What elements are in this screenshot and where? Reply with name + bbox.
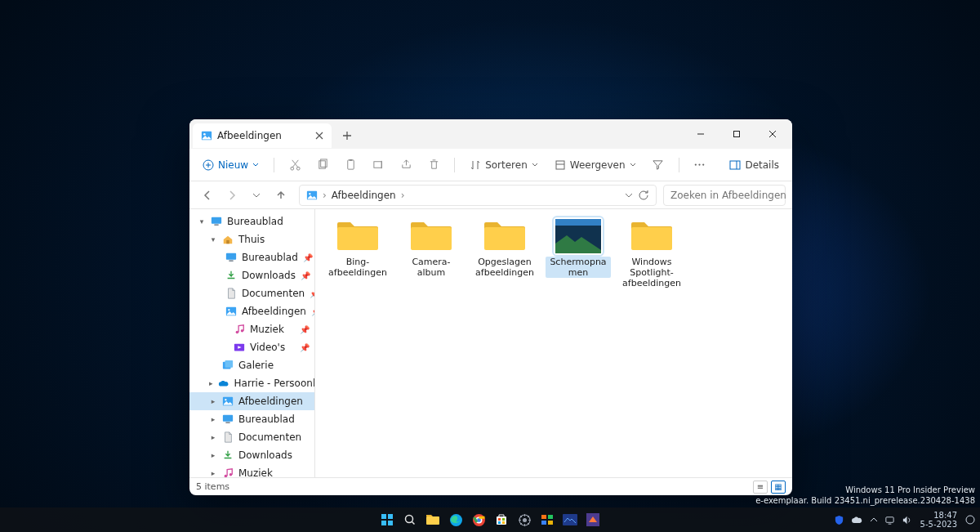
network-tray-icon[interactable]	[884, 515, 895, 525]
sidebar-item-documenten[interactable]: Documenten📌	[189, 284, 314, 302]
generic-app-icon[interactable]	[561, 511, 579, 529]
share-icon[interactable]	[394, 153, 418, 177]
tree-chevron-icon[interactable]: ▸	[209, 451, 217, 459]
sidebar-item-afbeeldingen[interactable]: ▸Afbeeldingen	[189, 392, 314, 410]
folder-item-bing-afbeeldingen[interactable]: Bing-afbeeldingen	[325, 219, 390, 289]
onedrive-tray-icon[interactable]	[851, 516, 863, 525]
copy-icon[interactable]	[310, 153, 335, 177]
svg-rect-64	[563, 514, 577, 525]
store-app-icon[interactable]	[492, 511, 510, 529]
taskbar-tray: 18:47 5-5-2023	[834, 511, 975, 529]
sidebar-item-muziek[interactable]: ▸Muziek	[189, 464, 314, 477]
sidebar-item-muziek[interactable]: Muziek📌	[189, 320, 314, 338]
tree-chevron-icon[interactable]: ▸	[209, 379, 213, 387]
downloads-icon	[222, 449, 234, 461]
sidebar-item-video-s[interactable]: Video's📌	[189, 338, 314, 356]
sort-button[interactable]: Sorteren	[463, 153, 545, 177]
sidebar-item-afbeeldingen[interactable]: Afbeeldingen📌	[189, 302, 314, 320]
search-input[interactable]	[670, 190, 792, 201]
generic-app-icon[interactable]	[538, 511, 556, 529]
sidebar-item-galerie[interactable]: Galerie	[189, 356, 314, 374]
tab-title: Afbeeldingen	[217, 130, 309, 141]
taskbar-clock[interactable]: 18:47 5-5-2023	[920, 511, 957, 529]
svg-rect-2	[734, 132, 740, 137]
more-icon[interactable]	[688, 153, 712, 177]
videos-icon	[234, 342, 245, 353]
rename-icon[interactable]	[366, 153, 390, 177]
folder-item-schermopnamen[interactable]: Schermopnamen	[546, 219, 611, 289]
sidebar-item-bureaublad[interactable]: ▸Bureaublad	[189, 410, 314, 428]
paste-icon[interactable]	[338, 153, 363, 177]
folder-thumbnail	[555, 219, 601, 253]
nav-buttons	[196, 184, 292, 207]
new-tab-button[interactable]	[335, 123, 359, 148]
view-button[interactable]: Weergeven	[548, 153, 643, 177]
start-button[interactable]	[378, 511, 396, 529]
details-button[interactable]: Details	[723, 153, 786, 177]
up-button[interactable]	[270, 184, 292, 207]
folder-item-windows-spotlight-afbeeldingen[interactable]: Windows Spotlight-afbeeldingen	[619, 219, 684, 289]
new-button[interactable]: Nieuw	[196, 153, 265, 177]
maximize-button[interactable]	[719, 119, 755, 149]
chrome-app-icon[interactable]	[470, 511, 488, 529]
file-explorer-app-icon[interactable]	[424, 511, 442, 529]
tree-chevron-icon[interactable]: ▸	[209, 397, 217, 405]
security-tray-icon[interactable]	[834, 515, 844, 525]
pin-icon: 📌	[300, 343, 310, 352]
sidebar-item-harrie-persoonlijk[interactable]: ▸Harrie - Persoonlijk	[189, 374, 314, 392]
navigation-sidebar[interactable]: ▾Bureaublad▾ThuisBureaublad📌Downloads📌Do…	[189, 209, 315, 477]
item-count: 5 items	[196, 481, 229, 492]
svg-point-59	[523, 518, 527, 522]
sidebar-item-label: Muziek	[250, 324, 284, 335]
generic-app-icon[interactable]	[584, 511, 602, 529]
content-pane[interactable]: Bing-afbeeldingenCamera-albumOpgeslagen …	[315, 209, 792, 477]
recent-locations-button[interactable]	[245, 184, 268, 207]
volume-tray-icon[interactable]	[902, 515, 912, 525]
delete-icon[interactable]	[421, 153, 446, 177]
minimize-button[interactable]	[683, 119, 719, 149]
svg-rect-61	[548, 515, 553, 519]
svg-rect-21	[226, 240, 229, 244]
settings-app-icon[interactable]	[515, 511, 533, 529]
refresh-icon[interactable]	[638, 190, 649, 201]
taskbar[interactable]: 18:47 5-5-2023	[0, 507, 980, 532]
chevron-down-icon	[252, 162, 259, 168]
edge-app-icon[interactable]	[447, 511, 465, 529]
chevron-up-tray-icon[interactable]	[870, 516, 878, 524]
svg-rect-53	[497, 516, 506, 525]
chevron-down-icon[interactable]	[625, 191, 633, 199]
sidebar-item-label: Muziek	[238, 467, 273, 477]
filter-icon[interactable]	[646, 153, 670, 177]
svg-rect-10	[374, 162, 381, 168]
pin-icon: 📌	[300, 325, 310, 334]
sidebar-item-label: Video's	[250, 342, 285, 353]
folder-item-camera-album[interactable]: Camera-album	[399, 219, 464, 289]
notifications-tray-icon[interactable]	[965, 515, 975, 525]
sidebar-item-bureaublad[interactable]: ▾Bureaublad	[189, 212, 314, 230]
forward-button[interactable]	[220, 184, 243, 207]
breadcrumb[interactable]: › Afbeeldingen ›	[299, 185, 657, 206]
tree-chevron-icon[interactable]: ▸	[209, 433, 217, 441]
search-box[interactable]	[663, 185, 786, 206]
close-tab-icon[interactable]	[314, 130, 325, 141]
cut-icon[interactable]	[283, 153, 307, 177]
tab-active[interactable]: Afbeeldingen	[193, 123, 332, 148]
command-toolbar: Nieuw Sorteren Weergeven	[189, 149, 792, 181]
tree-chevron-icon[interactable]: ▾	[198, 217, 206, 226]
folder-item-opgeslagen-afbeeldingen[interactable]: Opgeslagen afbeeldingen	[472, 219, 537, 289]
search-taskbar-button[interactable]	[401, 511, 419, 529]
documents-icon	[222, 431, 234, 443]
svg-rect-9	[349, 159, 352, 161]
gallery-icon	[222, 360, 234, 371]
back-button[interactable]	[196, 184, 219, 207]
sidebar-item-documenten[interactable]: ▸Documenten	[189, 428, 314, 446]
close-window-button[interactable]	[755, 119, 791, 149]
tree-chevron-icon[interactable]: ▾	[209, 235, 217, 244]
sidebar-item-downloads[interactable]: Downloads📌	[189, 266, 314, 284]
sidebar-item-downloads[interactable]: ▸Downloads	[189, 446, 314, 464]
tree-chevron-icon[interactable]: ▸	[209, 469, 217, 477]
sidebar-item-thuis[interactable]: ▾Thuis	[189, 230, 314, 248]
tree-chevron-icon[interactable]: ▸	[209, 415, 217, 423]
sidebar-item-bureaublad[interactable]: Bureaublad📌	[189, 248, 314, 266]
svg-rect-49	[426, 516, 439, 525]
